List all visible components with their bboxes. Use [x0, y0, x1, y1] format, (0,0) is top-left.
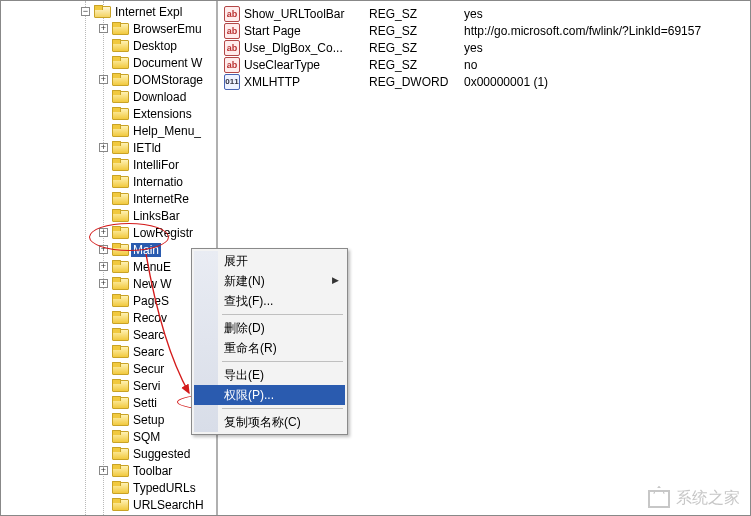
plus-icon[interactable]: +: [99, 228, 108, 237]
tree-label: IntelliFor: [131, 158, 181, 172]
tree-node-root[interactable]: −Internet Expl: [1, 3, 216, 20]
registry-value-row[interactable]: abUse_DlgBox_Co...REG_SZyes: [224, 39, 744, 56]
folder-icon: [112, 192, 128, 205]
tree-node[interactable]: LinksBar: [1, 207, 216, 224]
registry-value-row[interactable]: abStart PageREG_SZhttp://go.microsoft.co…: [224, 22, 744, 39]
context-menu-label: 新建(N): [224, 273, 265, 290]
minus-icon[interactable]: −: [81, 7, 90, 16]
plus-icon[interactable]: +: [99, 466, 108, 475]
tree-label: DOMStorage: [131, 73, 205, 87]
value-type: REG_SZ: [369, 58, 464, 72]
tree-node[interactable]: +DOMStorage: [1, 71, 216, 88]
tree-node[interactable]: Secur: [1, 360, 216, 377]
folder-icon: [112, 311, 128, 324]
folder-icon: [112, 158, 128, 171]
tree-node[interactable]: PageS: [1, 292, 216, 309]
tree-label: Main: [131, 243, 161, 257]
tree-label: SQM: [131, 430, 162, 444]
toggle-blank: [99, 92, 108, 101]
plus-icon[interactable]: +: [99, 24, 108, 33]
folder-icon: [112, 294, 128, 307]
folder-icon: [112, 209, 128, 222]
tree-node[interactable]: +MenuE: [1, 258, 216, 275]
tree-node[interactable]: Searc: [1, 343, 216, 360]
tree-node[interactable]: InternetRe: [1, 190, 216, 207]
tree-node[interactable]: URLSearchH: [1, 496, 216, 513]
value-name: UseClearType: [244, 58, 369, 72]
toggle-blank: [99, 109, 108, 118]
tree-label: Internet Expl: [113, 5, 184, 19]
tree-label: Recov: [131, 311, 169, 325]
tree-node[interactable]: Internatio: [1, 173, 216, 190]
tree-node[interactable]: User Prefe: [1, 513, 216, 515]
toggle-blank: [99, 347, 108, 356]
tree-node[interactable]: +New W: [1, 275, 216, 292]
tree-node[interactable]: Document W: [1, 54, 216, 71]
context-menu-item[interactable]: 导出(E): [194, 365, 345, 385]
tree-label: User Prefe: [131, 515, 192, 516]
context-menu-item[interactable]: 新建(N): [194, 271, 345, 291]
context-menu-label: 查找(F)...: [224, 293, 273, 310]
tree-node[interactable]: Extensions: [1, 105, 216, 122]
folder-icon: [112, 430, 128, 443]
tree-node[interactable]: Download: [1, 88, 216, 105]
tree-node[interactable]: Setti: [1, 394, 216, 411]
folder-icon: [112, 481, 128, 494]
folder-icon: [112, 90, 128, 103]
context-menu-label: 删除(D): [224, 320, 265, 337]
registry-tree-pane[interactable]: −Internet Expl+BrowserEmuDesktopDocument…: [1, 1, 218, 515]
tree-label: Servi: [131, 379, 162, 393]
context-menu-separator: [222, 361, 343, 362]
folder-icon: [112, 73, 128, 86]
plus-icon[interactable]: +: [99, 143, 108, 152]
value-name: Start Page: [244, 24, 369, 38]
context-menu-item[interactable]: 复制项名称(C): [194, 412, 345, 432]
tree-node[interactable]: Suggested: [1, 445, 216, 462]
tree-node[interactable]: +LowRegistr: [1, 224, 216, 241]
context-menu-item[interactable]: 查找(F)...: [194, 291, 345, 311]
context-menu-item[interactable]: 权限(P)...: [194, 385, 345, 405]
tree-node[interactable]: Setup: [1, 411, 216, 428]
tree-node[interactable]: IntelliFor: [1, 156, 216, 173]
registry-value-row[interactable]: abUseClearTypeREG_SZno: [224, 56, 744, 73]
value-name: Use_DlgBox_Co...: [244, 41, 369, 55]
toggle-blank: [99, 449, 108, 458]
plus-icon[interactable]: +: [99, 262, 108, 271]
tree-node[interactable]: TypedURLs: [1, 479, 216, 496]
tree-node[interactable]: Servi: [1, 377, 216, 394]
folder-icon: [112, 396, 128, 409]
tree-node[interactable]: +IETld: [1, 139, 216, 156]
context-menu-item[interactable]: 重命名(R): [194, 338, 345, 358]
plus-icon[interactable]: +: [99, 245, 108, 254]
tree-node[interactable]: Help_Menu_: [1, 122, 216, 139]
tree-node[interactable]: SQM: [1, 428, 216, 445]
registry-value-row[interactable]: abShow_URLToolBarREG_SZyes: [224, 5, 744, 22]
tree-node[interactable]: Searc: [1, 326, 216, 343]
context-menu-label: 重命名(R): [224, 340, 277, 357]
tree-node[interactable]: Desktop: [1, 37, 216, 54]
folder-icon: [112, 107, 128, 120]
tree-label: Desktop: [131, 39, 179, 53]
tree-label: LowRegistr: [131, 226, 195, 240]
plus-icon[interactable]: +: [99, 279, 108, 288]
toggle-blank: [99, 211, 108, 220]
tree-label: LinksBar: [131, 209, 182, 223]
tree-label: BrowserEmu: [131, 22, 204, 36]
string-value-icon: ab: [224, 6, 240, 22]
tree-node[interactable]: +Toolbar: [1, 462, 216, 479]
folder-icon: [112, 141, 128, 154]
context-menu-item[interactable]: 删除(D): [194, 318, 345, 338]
tree-label: Suggested: [131, 447, 192, 461]
tree-node[interactable]: +BrowserEmu: [1, 20, 216, 37]
toggle-blank: [99, 41, 108, 50]
tree-node[interactable]: +Main: [1, 241, 216, 258]
registry-value-row[interactable]: 011XMLHTTPREG_DWORD0x00000001 (1): [224, 73, 744, 90]
tree-label: Download: [131, 90, 188, 104]
context-menu-item[interactable]: 展开: [194, 251, 345, 271]
context-menu[interactable]: 展开新建(N)查找(F)...删除(D)重命名(R)导出(E)权限(P)...复…: [191, 248, 348, 435]
tree-node[interactable]: Recov: [1, 309, 216, 326]
tree-label: Toolbar: [131, 464, 174, 478]
toggle-blank: [99, 296, 108, 305]
plus-icon[interactable]: +: [99, 75, 108, 84]
folder-icon: [112, 243, 128, 256]
